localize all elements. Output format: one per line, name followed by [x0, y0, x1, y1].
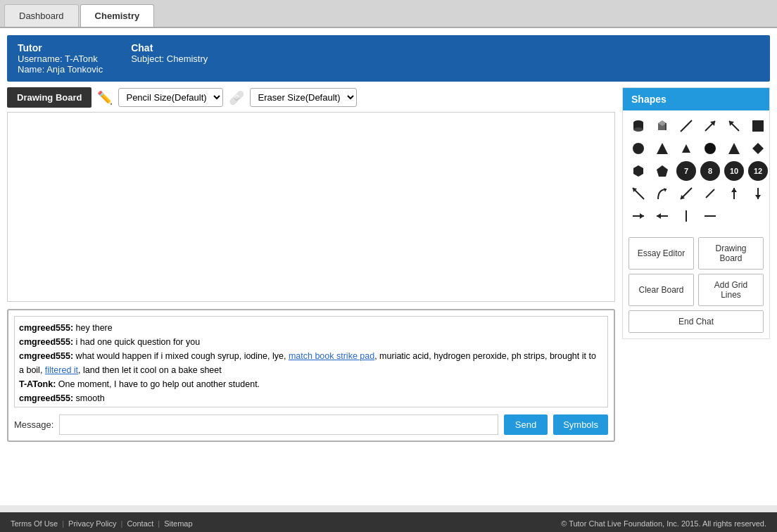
svg-marker-13: [657, 143, 668, 154]
shape-circle-dark[interactable]: [700, 139, 720, 158]
main-content: Tutor Username: T-ATonk Name: Anja Tonko…: [0, 27, 777, 505]
tab-chemistry[interactable]: Chemistry: [80, 4, 155, 27]
shape-bar-vertical[interactable]: [676, 206, 696, 226]
svg-point-2: [633, 127, 643, 132]
svg-line-6: [681, 120, 692, 132]
shapes-grid: 7 8 10 12: [623, 110, 769, 232]
shape-badge-10[interactable]: 10: [724, 161, 744, 181]
msg-text-2: i had one quick question for you: [76, 337, 201, 347]
message-label: Message:: [14, 419, 53, 430]
shape-bar-horizontal[interactable]: [700, 206, 720, 226]
send-button[interactable]: Send: [504, 414, 548, 435]
drawing-board-panel-button[interactable]: Drawing Board: [698, 237, 764, 270]
shape-pentagon[interactable]: [652, 161, 672, 181]
pencil-size-select[interactable]: Pencil Size(Default): [118, 88, 223, 107]
name-value: Anja Tonkovic: [46, 64, 103, 75]
svg-point-12: [633, 143, 644, 154]
message-row: Message: Send Symbols: [14, 414, 608, 435]
shape-circle[interactable]: [628, 139, 648, 158]
shape-square[interactable]: [748, 116, 768, 136]
username-info: Username: T-ATonk: [18, 53, 103, 64]
sep-3: |: [158, 519, 160, 528]
footer-copyright: © Tutor Chat Live Foundation, Inc. 2015.…: [561, 519, 766, 528]
shape-arrow-down[interactable]: [748, 184, 768, 203]
shape-badge-8[interactable]: 8: [700, 161, 720, 181]
chat-messages: cmgreed555: hey there cmgreed555: i had …: [14, 316, 608, 407]
msg-user-2: cmgreed555:: [19, 337, 73, 347]
right-panel: Shapes: [622, 87, 770, 448]
panel-buttons: Essay Editor Drawing Board Clear Board A…: [623, 232, 769, 338]
chat-message-1: cmgreed555: hey there: [19, 321, 603, 335]
shape-cube[interactable]: [652, 116, 672, 136]
sep-1: |: [62, 519, 64, 528]
username-value: T-ATonk: [65, 53, 98, 64]
sep-2: |: [121, 519, 123, 528]
svg-marker-29: [755, 195, 761, 199]
eraser-size-select[interactable]: Eraser Size(Default): [250, 88, 357, 107]
shape-arrow-upleft[interactable]: [628, 184, 648, 203]
shape-arrow-curve-up[interactable]: [652, 184, 672, 203]
eraser-icon: 🩹: [229, 90, 244, 106]
message-input[interactable]: [59, 414, 498, 435]
shape-triangle-small[interactable]: [676, 139, 696, 158]
symbols-button[interactable]: Symbols: [553, 414, 608, 435]
header-bar: Tutor Username: T-ATonk Name: Anja Tonko…: [7, 35, 770, 82]
chat-message-2: cmgreed555: i had one quick question for…: [19, 335, 603, 349]
svg-marker-14: [682, 144, 690, 153]
panel-row-2: Clear Board Add Grid Lines: [628, 274, 764, 306]
shape-arrow-up[interactable]: [724, 184, 744, 203]
footer-link-terms[interactable]: Terms Of Use: [11, 519, 58, 528]
shape-slash[interactable]: [700, 184, 720, 203]
shape-arrow-right[interactable]: [628, 206, 648, 226]
toolbar: Drawing Board ✏️ Pencil Size(Default) 🩹 …: [7, 87, 615, 108]
end-chat-button[interactable]: End Chat: [628, 310, 764, 333]
svg-rect-35: [705, 215, 716, 217]
svg-rect-11: [752, 120, 764, 132]
essay-editor-button[interactable]: Essay Editor: [628, 237, 694, 270]
msg-text-3: what would happen if i mixed cough syrup…: [19, 351, 596, 375]
footer-links: Terms Of Use | Privacy Policy | Contact …: [11, 519, 193, 528]
svg-marker-33: [657, 213, 661, 219]
svg-marker-19: [657, 165, 668, 177]
panel-row-1: Essay Editor Drawing Board: [628, 237, 764, 270]
msg-user-3: cmgreed555:: [19, 351, 73, 361]
add-grid-lines-button[interactable]: Add Grid Lines: [698, 274, 764, 306]
svg-marker-17: [752, 143, 764, 154]
name-info: Name: Anja Tonkovic: [18, 64, 103, 75]
shape-hexagon[interactable]: [628, 161, 648, 181]
drawing-board-button[interactable]: Drawing Board: [7, 87, 91, 108]
svg-line-25: [706, 189, 714, 198]
chat-message-4: T-ATonk: One moment, I have to go help o…: [19, 377, 603, 391]
shape-arrow-downleft[interactable]: [676, 184, 696, 203]
tab-dashboard[interactable]: Dashboard: [4, 4, 79, 27]
chat-label: Chat: [131, 42, 208, 53]
footer-link-contact[interactable]: Contact: [127, 519, 153, 528]
drawing-area[interactable]: [7, 112, 615, 302]
clear-board-button[interactable]: Clear Board: [628, 274, 694, 306]
msg-text-5: smooth: [76, 393, 105, 403]
shape-line-diag[interactable]: [676, 116, 696, 136]
shape-triangle-outline[interactable]: [724, 139, 744, 158]
pencil-icon: ✏️: [97, 90, 113, 106]
svg-marker-27: [731, 188, 737, 192]
shapes-panel: Shapes: [622, 87, 770, 339]
svg-point-15: [705, 143, 716, 154]
svg-marker-18: [633, 165, 643, 177]
footer-link-sitemap[interactable]: Sitemap: [164, 519, 192, 528]
chat-container: cmgreed555: hey there cmgreed555: i had …: [7, 309, 615, 442]
shape-badge-12[interactable]: 12: [748, 161, 768, 181]
shape-badge-7[interactable]: 7: [676, 161, 696, 181]
shape-arrow-ne[interactable]: [700, 116, 720, 136]
shape-triangle-up[interactable]: [652, 139, 672, 158]
shape-arrow-nw[interactable]: [724, 116, 744, 136]
chat-message-3: cmgreed555: what would happen if i mixed…: [19, 349, 603, 377]
msg-text-1: hey there: [76, 323, 113, 333]
shape-cylinder[interactable]: [628, 116, 648, 136]
tutor-label: Tutor: [18, 42, 103, 53]
footer-link-privacy[interactable]: Privacy Policy: [68, 519, 116, 528]
shape-diamond[interactable]: [748, 139, 768, 158]
msg-user-4: T-ATonk:: [19, 379, 56, 389]
username-label: Username:: [18, 53, 63, 64]
svg-rect-34: [686, 210, 687, 222]
shape-arrow-left[interactable]: [652, 206, 672, 226]
